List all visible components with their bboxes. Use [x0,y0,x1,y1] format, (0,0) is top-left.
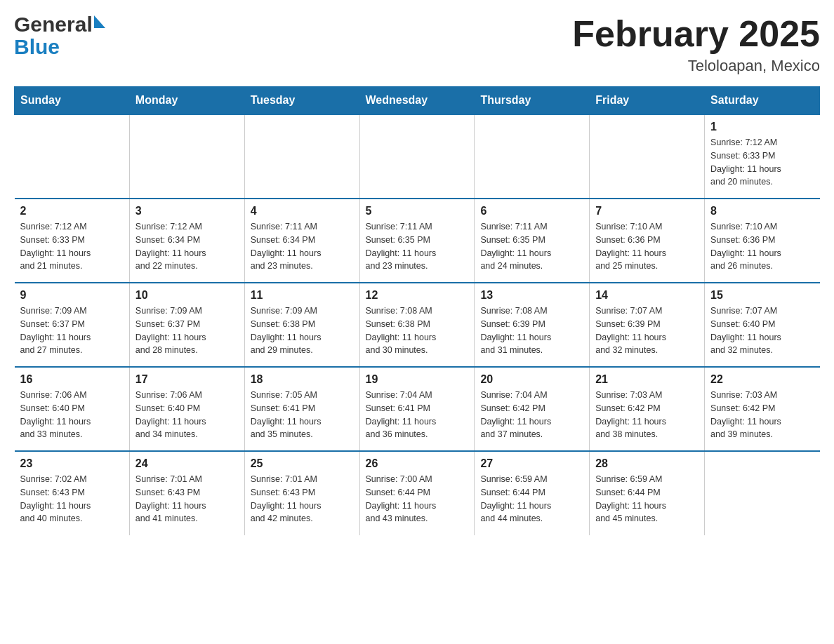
day-number: 5 [366,205,469,217]
day-info: Sunrise: 7:12 AM Sunset: 6:33 PM Dayligh… [710,136,814,189]
day-number: 16 [20,373,124,386]
week-row-4: 16Sunrise: 7:06 AM Sunset: 6:40 PM Dayli… [15,367,820,451]
day-info: Sunrise: 7:09 AM Sunset: 6:37 PM Dayligh… [135,304,239,357]
day-info: Sunrise: 7:11 AM Sunset: 6:34 PM Dayligh… [251,220,354,273]
week-row-1: 1Sunrise: 7:12 AM Sunset: 6:33 PM Daylig… [15,114,820,199]
calendar-cell: 11Sunrise: 7:09 AM Sunset: 6:38 PM Dayli… [244,283,359,367]
day-number: 13 [480,289,583,302]
calendar-cell [244,114,359,199]
day-info: Sunrise: 7:01 AM Sunset: 6:43 PM Dayligh… [135,473,239,525]
calendar-cell: 4Sunrise: 7:11 AM Sunset: 6:34 PM Daylig… [244,199,359,283]
day-info: Sunrise: 7:01 AM Sunset: 6:43 PM Dayligh… [251,473,354,525]
day-number: 9 [20,289,124,302]
day-number: 11 [251,289,354,302]
calendar-cell: 6Sunrise: 7:11 AM Sunset: 6:35 PM Daylig… [475,199,590,283]
calendar-cell: 3Sunrise: 7:12 AM Sunset: 6:34 PM Daylig… [129,199,244,283]
day-number: 27 [480,457,583,470]
calendar-cell: 7Sunrise: 7:10 AM Sunset: 6:36 PM Daylig… [590,199,705,283]
calendar-cell: 2Sunrise: 7:12 AM Sunset: 6:33 PM Daylig… [15,199,130,283]
calendar-cell: 20Sunrise: 7:04 AM Sunset: 6:42 PM Dayli… [475,367,590,451]
day-info: Sunrise: 7:10 AM Sunset: 6:36 PM Dayligh… [595,220,699,273]
day-number: 1 [710,121,814,133]
calendar-cell [590,114,705,199]
calendar-cell: 25Sunrise: 7:01 AM Sunset: 6:43 PM Dayli… [244,451,359,535]
day-number: 28 [595,457,699,470]
day-number: 19 [366,373,469,386]
calendar-cell: 5Sunrise: 7:11 AM Sunset: 6:35 PM Daylig… [359,199,475,283]
day-number: 6 [480,205,583,217]
week-row-5: 23Sunrise: 7:02 AM Sunset: 6:43 PM Dayli… [15,451,820,535]
day-number: 24 [135,457,239,470]
calendar-cell: 10Sunrise: 7:09 AM Sunset: 6:37 PM Dayli… [129,283,244,367]
day-number: 8 [710,205,814,217]
day-number: 26 [366,457,469,470]
day-info: Sunrise: 6:59 AM Sunset: 6:44 PM Dayligh… [595,473,699,525]
day-number: 10 [135,289,239,302]
day-number: 4 [251,205,354,217]
day-number: 18 [251,373,354,386]
day-info: Sunrise: 7:12 AM Sunset: 6:33 PM Dayligh… [20,220,124,273]
day-number: 17 [135,373,239,386]
calendar-cell: 19Sunrise: 7:04 AM Sunset: 6:41 PM Dayli… [359,367,475,451]
calendar-table: SundayMondayTuesdayWednesdayThursdayFrid… [14,86,820,535]
day-number: 2 [20,205,124,217]
calendar-cell [129,114,244,199]
day-info: Sunrise: 7:09 AM Sunset: 6:37 PM Dayligh… [20,304,124,357]
day-info: Sunrise: 7:09 AM Sunset: 6:38 PM Dayligh… [251,304,354,357]
calendar-cell: 26Sunrise: 7:00 AM Sunset: 6:44 PM Dayli… [359,451,475,535]
week-row-2: 2Sunrise: 7:12 AM Sunset: 6:33 PM Daylig… [15,199,820,283]
calendar-cell: 21Sunrise: 7:03 AM Sunset: 6:42 PM Dayli… [590,367,705,451]
day-header-saturday: Saturday [705,87,820,115]
calendar-cell [15,114,130,199]
title-area: February 2025 Teloloapan, Mexico [572,14,820,75]
logo: General Blue [14,14,105,59]
day-header-friday: Friday [590,87,705,115]
day-info: Sunrise: 6:59 AM Sunset: 6:44 PM Dayligh… [480,473,583,525]
day-info: Sunrise: 7:08 AM Sunset: 6:38 PM Dayligh… [366,304,469,357]
day-info: Sunrise: 7:06 AM Sunset: 6:40 PM Dayligh… [20,389,124,441]
calendar-cell [359,114,475,199]
calendar-cell: 18Sunrise: 7:05 AM Sunset: 6:41 PM Dayli… [244,367,359,451]
day-info: Sunrise: 7:11 AM Sunset: 6:35 PM Dayligh… [366,220,469,273]
day-info: Sunrise: 7:04 AM Sunset: 6:41 PM Dayligh… [366,389,469,441]
day-info: Sunrise: 7:08 AM Sunset: 6:39 PM Dayligh… [480,304,583,357]
calendar-cell: 16Sunrise: 7:06 AM Sunset: 6:40 PM Dayli… [15,367,130,451]
day-header-sunday: Sunday [15,87,130,115]
day-info: Sunrise: 7:05 AM Sunset: 6:41 PM Dayligh… [251,389,354,441]
calendar-cell: 24Sunrise: 7:01 AM Sunset: 6:43 PM Dayli… [129,451,244,535]
day-header-monday: Monday [129,87,244,115]
day-info: Sunrise: 7:07 AM Sunset: 6:40 PM Dayligh… [710,304,814,357]
day-header-thursday: Thursday [475,87,590,115]
calendar-cell: 14Sunrise: 7:07 AM Sunset: 6:39 PM Dayli… [590,283,705,367]
day-header-tuesday: Tuesday [244,87,359,115]
day-info: Sunrise: 7:00 AM Sunset: 6:44 PM Dayligh… [366,473,469,525]
calendar-cell: 17Sunrise: 7:06 AM Sunset: 6:40 PM Dayli… [129,367,244,451]
day-number: 7 [595,205,699,217]
calendar-cell: 22Sunrise: 7:03 AM Sunset: 6:42 PM Dayli… [705,367,820,451]
calendar-header-row: SundayMondayTuesdayWednesdayThursdayFrid… [15,87,820,115]
day-info: Sunrise: 7:06 AM Sunset: 6:40 PM Dayligh… [135,389,239,441]
calendar-cell: 8Sunrise: 7:10 AM Sunset: 6:36 PM Daylig… [705,199,820,283]
calendar-location: Teloloapan, Mexico [572,57,820,75]
day-number: 23 [20,457,124,470]
logo-arrow-icon [94,15,105,28]
day-number: 21 [595,373,699,386]
calendar-cell: 28Sunrise: 6:59 AM Sunset: 6:44 PM Dayli… [590,451,705,535]
day-number: 22 [710,373,814,386]
day-info: Sunrise: 7:10 AM Sunset: 6:36 PM Dayligh… [710,220,814,273]
day-header-wednesday: Wednesday [359,87,475,115]
day-info: Sunrise: 7:03 AM Sunset: 6:42 PM Dayligh… [710,389,814,441]
day-number: 3 [135,205,239,217]
day-info: Sunrise: 7:02 AM Sunset: 6:43 PM Dayligh… [20,473,124,525]
day-info: Sunrise: 7:03 AM Sunset: 6:42 PM Dayligh… [595,389,699,441]
day-info: Sunrise: 7:12 AM Sunset: 6:34 PM Dayligh… [135,220,239,273]
logo-blue-text: Blue [14,35,60,58]
calendar-cell: 23Sunrise: 7:02 AM Sunset: 6:43 PM Dayli… [15,451,130,535]
calendar-cell: 9Sunrise: 7:09 AM Sunset: 6:37 PM Daylig… [15,283,130,367]
day-info: Sunrise: 7:04 AM Sunset: 6:42 PM Dayligh… [480,389,583,441]
day-info: Sunrise: 7:11 AM Sunset: 6:35 PM Dayligh… [480,220,583,273]
calendar-cell: 15Sunrise: 7:07 AM Sunset: 6:40 PM Dayli… [705,283,820,367]
day-number: 15 [710,289,814,302]
calendar-cell [475,114,590,199]
calendar-cell: 27Sunrise: 6:59 AM Sunset: 6:44 PM Dayli… [475,451,590,535]
